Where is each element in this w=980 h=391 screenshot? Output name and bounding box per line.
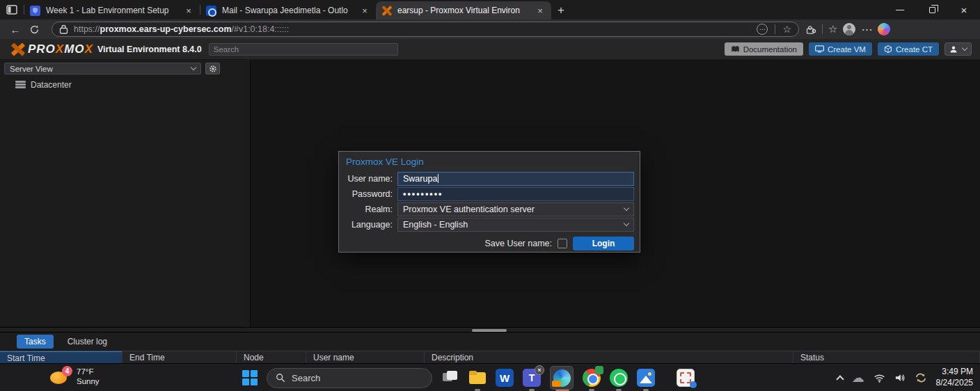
file-explorer-icon[interactable]: [468, 369, 487, 387]
splitter-grip-handle[interactable]: [472, 329, 507, 332]
tasks-table-header: Start Time End Time Node User name Descr…: [0, 351, 980, 363]
outlook-favicon-icon: [206, 6, 216, 16]
chevron-down-icon: [624, 205, 629, 211]
tab-week1-lab-setup[interactable]: Week 1 - Lab Environment Setup ×: [24, 1, 200, 19]
clock[interactable]: 3:49 PM 8/24/2025: [936, 367, 973, 388]
column-node[interactable]: Node: [237, 351, 306, 363]
tab-outlook-mail[interactable]: Mail - Swarupa Jeedimetla - Outlo ×: [200, 1, 376, 19]
start-button[interactable]: [242, 370, 258, 385]
column-description[interactable]: Description: [425, 351, 793, 363]
chevron-down-icon: [962, 45, 967, 51]
system-tray: ☁ 3:49 PM 8/24/2025: [837, 364, 973, 391]
tab-close-icon[interactable]: ×: [359, 6, 370, 16]
minimize-button[interactable]: —: [884, 0, 916, 19]
sun-icon: 4: [50, 367, 71, 385]
documentation-button[interactable]: Documentation: [725, 42, 803, 56]
hidden-icons-chevron[interactable]: [836, 375, 844, 383]
refresh-button[interactable]: [29, 24, 46, 35]
tab-actions-menu-icon[interactable]: [0, 0, 24, 19]
tab-close-icon[interactable]: ×: [183, 6, 194, 16]
username-input[interactable]: Swarupa: [397, 172, 634, 186]
whatsapp-icon[interactable]: [610, 369, 628, 387]
copilot-icon[interactable]: [878, 23, 890, 35]
wifi-icon[interactable]: [874, 374, 885, 383]
tab-title: Week 1 - Lab Environment Setup: [46, 6, 177, 15]
proxmox-brand: PROXMOX: [28, 42, 93, 56]
column-status[interactable]: Status: [793, 351, 980, 363]
close-button[interactable]: ×: [948, 0, 980, 19]
edge-browser-active[interactable]: [550, 366, 574, 390]
new-tab-button[interactable]: +: [551, 1, 571, 19]
task-view-button[interactable]: [441, 369, 459, 387]
site-permissions-icon[interactable]: ⋯: [757, 24, 768, 35]
clock-time: 3:49 PM: [936, 367, 973, 378]
monitor-icon: [815, 45, 824, 53]
password-label: Password:: [339, 189, 397, 199]
tab-proxmox-active[interactable]: earsup - Proxmox Virtual Environ ×: [376, 1, 551, 19]
proxmox-logo-icon: [10, 42, 25, 56]
photos-icon[interactable]: [637, 369, 655, 387]
onedrive-cloud-icon[interactable]: ☁: [852, 370, 864, 385]
login-button[interactable]: Login: [573, 237, 634, 250]
weather-temp: 77°F: [77, 367, 100, 376]
language-label: Language:: [339, 220, 397, 230]
username-label: User name:: [339, 174, 397, 184]
tab-tasks[interactable]: Tasks: [17, 335, 54, 349]
taskbar-search-label: Search: [292, 373, 320, 383]
screen: Week 1 - Lab Environment Setup × Mail - …: [0, 0, 980, 391]
create-ct-button[interactable]: Create CT: [878, 42, 939, 56]
shield-favicon-icon: [30, 6, 40, 16]
panel-splitter[interactable]: [0, 327, 980, 333]
user-menu-button[interactable]: [945, 42, 972, 56]
chrome-icon[interactable]: [583, 369, 601, 387]
screen-recorder-icon[interactable]: [677, 369, 695, 387]
volume-icon[interactable]: [894, 373, 906, 383]
search-icon: [276, 373, 285, 383]
pve-header: PROXMOX Virtual Environment 8.4.0 Docume…: [0, 39, 980, 60]
windows-taskbar: 4 77°F Sunny Search W T×: [0, 363, 980, 391]
tab-title: earsup - Proxmox Virtual Environ: [397, 6, 529, 15]
extensions-icon[interactable]: [805, 24, 816, 35]
password-input[interactable]: •••••••••: [397, 187, 634, 201]
save-username-checkbox[interactable]: [558, 239, 567, 248]
lock-icon[interactable]: [59, 24, 68, 34]
book-icon: [731, 45, 740, 53]
text-caret: [438, 174, 438, 183]
weather-widget[interactable]: 4 77°F Sunny: [50, 367, 100, 387]
back-button[interactable]: ←: [7, 24, 24, 35]
address-bar[interactable]: https://proxmox.ears-up-cybersec.com/#v1…: [52, 22, 799, 37]
proxmox-favicon-icon: [381, 6, 392, 16]
view-selector-dropdown[interactable]: Server View: [4, 63, 201, 74]
tab-close-icon[interactable]: ×: [535, 6, 546, 16]
pve-search-input[interactable]: [209, 43, 398, 56]
browser-tabstrip: Week 1 - Lab Environment Setup × Mail - …: [0, 0, 980, 19]
column-user-name[interactable]: User name: [306, 351, 425, 363]
favorites-bar-icon[interactable]: ☆: [828, 23, 837, 35]
tab-cluster-log[interactable]: Cluster log: [68, 337, 107, 346]
realm-select[interactable]: Proxmox VE authentication server: [397, 202, 634, 216]
column-end-time[interactable]: End Time: [122, 351, 237, 363]
restore-button[interactable]: [916, 0, 948, 19]
column-start-time[interactable]: Start Time: [0, 351, 122, 363]
chrome-profile-badge: [595, 366, 603, 374]
language-select[interactable]: English - English: [397, 218, 634, 232]
settings-more-icon[interactable]: ⋯: [861, 23, 872, 36]
gear-icon: [209, 65, 217, 73]
divider: [775, 24, 775, 34]
pve-sidebar: Server View Datacenter: [0, 60, 251, 327]
view-settings-gear-button[interactable]: [205, 63, 220, 74]
clock-date: 8/24/2025: [936, 378, 973, 389]
add-favorite-star-icon[interactable]: ☆: [782, 24, 791, 35]
taskbar-search[interactable]: Search: [267, 368, 432, 388]
notification-badge: 4: [62, 366, 72, 376]
tab-title: Mail - Swarupa Jeedimetla - Outlo: [222, 6, 354, 15]
create-vm-button[interactable]: Create VM: [809, 42, 872, 56]
teams-icon[interactable]: T×: [523, 369, 541, 387]
datacenter-server-icon: [15, 81, 26, 89]
sidebar-item-datacenter[interactable]: Datacenter: [15, 80, 250, 90]
pve-body: Server View Datacenter Proxmox VE Login …: [0, 60, 980, 327]
url-text: https://proxmox.ears-up-cybersec.com/#v1…: [74, 24, 289, 34]
sync-arrows-icon[interactable]: [915, 373, 927, 383]
word-icon[interactable]: W: [496, 369, 514, 387]
profile-avatar[interactable]: [843, 23, 855, 35]
